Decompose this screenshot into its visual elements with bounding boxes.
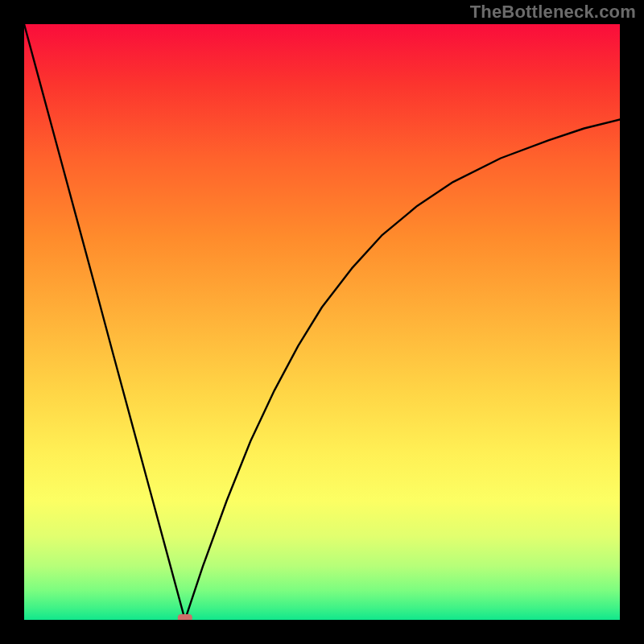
chart-svg bbox=[24, 24, 620, 620]
plot-area bbox=[24, 24, 620, 620]
minimum-marker bbox=[178, 614, 192, 620]
curve-right-branch bbox=[185, 119, 620, 620]
chart-frame: TheBottleneck.com bbox=[0, 0, 644, 644]
watermark-text: TheBottleneck.com bbox=[470, 2, 636, 23]
curve-left-branch bbox=[24, 24, 185, 620]
